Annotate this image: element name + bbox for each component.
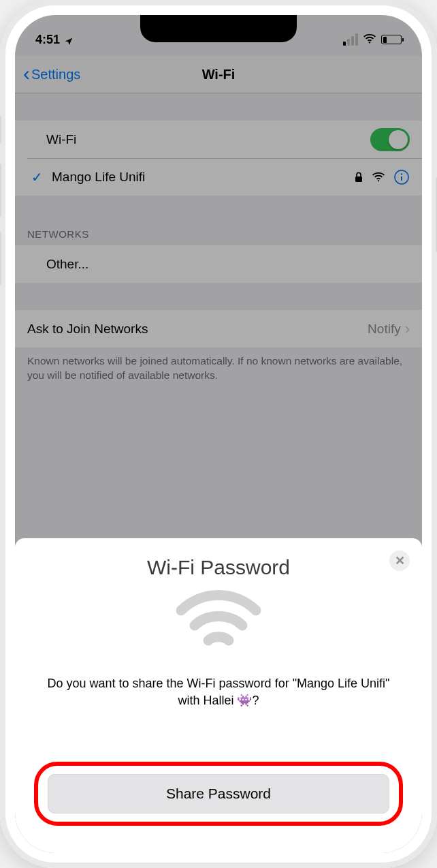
share-highlight: Share Password [34,762,403,826]
share-password-label: Share Password [166,786,271,802]
wifi-large-icon [34,590,403,655]
share-password-button[interactable]: Share Password [48,774,389,813]
wifi-password-sheet: ✕ Wi-Fi Password Do you want to share th… [15,538,422,853]
sheet-message: Do you want to share the Wi-Fi password … [34,675,403,709]
close-button[interactable]: ✕ [389,551,410,571]
device-notch [140,15,297,42]
sheet-title: Wi-Fi Password [34,556,403,579]
close-icon: ✕ [395,553,405,568]
